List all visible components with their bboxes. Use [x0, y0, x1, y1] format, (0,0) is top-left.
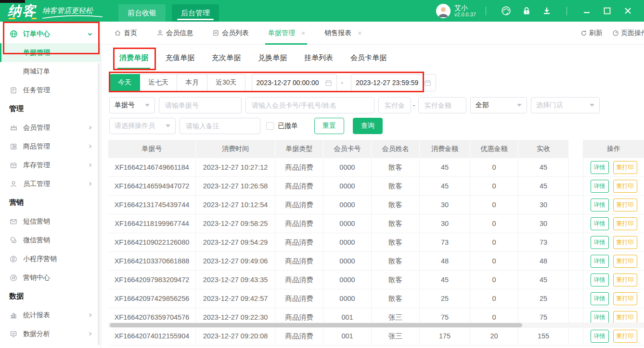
- search-button[interactable]: 查询: [353, 118, 383, 134]
- sidebar-item-sms-marketing[interactable]: 短信营销: [0, 212, 101, 231]
- sidebar-item-member-management[interactable]: 会员管理: [0, 118, 101, 137]
- nav-backend-management[interactable]: 后台管理: [172, 4, 219, 22]
- miniprogram-icon: [9, 255, 18, 263]
- subtab-times-bills[interactable]: 充次单据: [212, 45, 241, 71]
- reprint-button[interactable]: 重打印: [613, 236, 637, 249]
- quick-last7days-button[interactable]: 近七天: [140, 74, 177, 91]
- quick-last30days-button[interactable]: 近30天: [207, 74, 245, 91]
- cell-spacer: [569, 233, 583, 252]
- bill-no-type-select[interactable]: 单据号: [109, 97, 155, 113]
- sidebar-item-miniprogram-marketing[interactable]: 小程序营销: [0, 249, 101, 268]
- sidebar-item-statistics-reports[interactable]: 统计报表: [0, 306, 101, 324]
- tab-member-list[interactable]: 会员列表: [212, 22, 249, 44]
- sidebar-item-task-management[interactable]: 任务管理: [0, 81, 101, 99]
- cell-bill-no: XF16642146594947072: [108, 177, 196, 196]
- store-select[interactable]: 选择门店: [531, 97, 600, 113]
- end-datetime-input[interactable]: 2023-12-27 23:59:59: [351, 74, 436, 91]
- reprint-button[interactable]: 重打印: [613, 311, 637, 324]
- bill-type-select[interactable]: 全部: [470, 97, 527, 113]
- detail-button[interactable]: 详情: [591, 199, 609, 211]
- sidebar-item-bill-management[interactable]: 单据管理: [0, 43, 101, 62]
- subtab-member-card-bills[interactable]: 会员卡单据: [350, 45, 386, 71]
- refresh-button[interactable]: 刷新: [580, 29, 603, 37]
- subtab-consume-bills[interactable]: 消费单据: [119, 45, 148, 71]
- user-name: 艾小: [454, 4, 476, 12]
- detail-button[interactable]: 详情: [591, 311, 609, 324]
- reprint-button[interactable]: 重打印: [613, 292, 637, 305]
- paid-max-input[interactable]: [418, 97, 466, 113]
- detail-button[interactable]: 详情: [591, 217, 609, 230]
- cell-member: 散客: [372, 289, 420, 308]
- member-search-input[interactable]: [245, 97, 374, 113]
- detail-button[interactable]: 详情: [591, 292, 609, 305]
- sidebar-item-label: 订单中心: [23, 30, 50, 38]
- reset-button[interactable]: 重置: [314, 118, 344, 134]
- sidebar-item-data-analysis[interactable]: 数据分析: [0, 324, 101, 343]
- sidebar-item-staff-management[interactable]: 员工管理: [0, 174, 101, 193]
- detail-button[interactable]: 详情: [591, 330, 609, 343]
- detail-button[interactable]: 详情: [591, 236, 609, 249]
- sidebar-item-marketing-center[interactable]: 营销中心: [0, 268, 101, 287]
- maximize-button[interactable]: [603, 7, 611, 15]
- sidebar-item-order-center[interactable]: 订单中心: [0, 25, 101, 43]
- quick-this-month-button[interactable]: 本月: [177, 74, 207, 91]
- sidebar-item-inventory-management[interactable]: 库存管理: [0, 156, 101, 174]
- reprint-button[interactable]: 重打印: [613, 180, 637, 193]
- bill-no-input[interactable]: [159, 97, 242, 113]
- calendar-icon: [325, 79, 332, 87]
- subtab-recharge-bills[interactable]: 充值单据: [166, 45, 194, 71]
- main-area: 首页 会员信息 会员列表 单据管理 × 销售报表 × 刷新 页面操作: [101, 22, 644, 348]
- slogan-underline: [41, 15, 104, 19]
- sidebar-scrollbar[interactable]: [98, 63, 100, 345]
- tab-home[interactable]: 首页: [114, 22, 137, 44]
- cell-spacer: [569, 196, 583, 214]
- reprint-button[interactable]: 重打印: [613, 161, 637, 174]
- paid-min-input[interactable]: [378, 97, 411, 113]
- sidebar-item-wechat-marketing[interactable]: 微信营销: [0, 231, 101, 249]
- cell-type: 商品消费: [275, 158, 323, 177]
- reprint-button[interactable]: 重打印: [613, 217, 637, 230]
- page-operations-button[interactable]: 页面操作: [612, 29, 644, 37]
- customer-service-icon[interactable]: [501, 6, 511, 16]
- avatar[interactable]: [436, 4, 451, 18]
- detail-button[interactable]: 详情: [591, 180, 609, 193]
- subtab-exchange-bills[interactable]: 兑换单据: [258, 45, 287, 71]
- cell-paid: 45: [518, 177, 569, 196]
- minimize-button[interactable]: [583, 7, 591, 15]
- reprint-button[interactable]: 重打印: [613, 330, 637, 343]
- close-icon[interactable]: ×: [358, 29, 361, 37]
- cell-paid: 48: [518, 252, 569, 271]
- operator-select[interactable]: 请选择操作员: [109, 118, 176, 134]
- detail-button[interactable]: 详情: [591, 161, 609, 174]
- close-button[interactable]: [624, 7, 632, 15]
- tab-bill-management[interactable]: 单据管理 ×: [268, 22, 305, 44]
- sidebar-item-mall-orders[interactable]: 商城订单: [0, 62, 101, 81]
- horizontal-scrollbar-thumb[interactable]: [110, 323, 522, 327]
- sidebar-item-goods-management[interactable]: 商品管理: [0, 137, 101, 156]
- user-info[interactable]: 艾小 v2.0.0.37: [454, 4, 476, 18]
- tab-member-info[interactable]: 会员信息: [156, 22, 193, 44]
- reprint-button[interactable]: 重打印: [613, 273, 637, 286]
- page-operations-icon: [612, 30, 619, 37]
- cell-spacer: [569, 327, 583, 346]
- header-bill-type: 单据类型: [275, 140, 323, 158]
- tab-sales-report[interactable]: 销售报表 ×: [324, 22, 361, 44]
- subtab-pending-list[interactable]: 挂单列表: [304, 45, 333, 71]
- bills-table: 单据号 消费时间 单据类型 会员卡号 会员姓名 消费金额 优惠金额 实收 操作 …: [108, 140, 644, 346]
- remark-input[interactable]: [180, 118, 260, 134]
- detail-button[interactable]: 详情: [591, 255, 609, 268]
- header-consume-time: 消费时间: [196, 140, 275, 158]
- download-icon[interactable]: [542, 6, 552, 16]
- detail-button[interactable]: 详情: [591, 273, 609, 286]
- close-icon[interactable]: ×: [301, 29, 305, 37]
- cancelled-checkbox[interactable]: [266, 122, 274, 130]
- reprint-button[interactable]: 重打印: [613, 199, 637, 211]
- quick-date-group: 今天 近七天 本月 近30天: [109, 74, 245, 91]
- quick-today-button[interactable]: 今天: [109, 74, 140, 91]
- horizontal-scrollbar[interactable]: [108, 323, 644, 328]
- start-datetime-input[interactable]: 2023-12-27 00:00:00: [252, 74, 337, 91]
- lock-icon[interactable]: [522, 6, 531, 16]
- brand-logo: 纳客: [8, 2, 37, 20]
- nav-front-cashier[interactable]: 前台收银: [118, 4, 166, 22]
- reprint-button[interactable]: 重打印: [613, 255, 637, 268]
